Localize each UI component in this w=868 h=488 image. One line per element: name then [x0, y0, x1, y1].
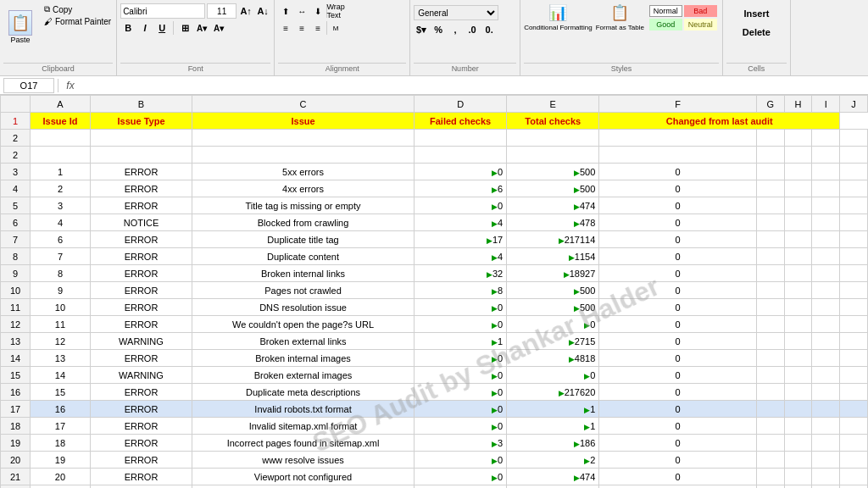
cell-h17[interactable]: [784, 401, 812, 418]
cell-c6[interactable]: Blocked from crawling: [192, 214, 415, 231]
cell-f3[interactable]: 0: [599, 164, 757, 180]
cell-c18[interactable]: Invalid sitemap.xml format: [192, 418, 415, 435]
cell-h12[interactable]: [784, 316, 812, 333]
cell-a4[interactable]: 2: [31, 180, 91, 197]
decrease-font-button[interactable]: A↓: [255, 3, 270, 19]
spreadsheet-container[interactable]: A B C D E F G H I J 1 Issue Id Issue Typ…: [0, 95, 868, 488]
col-header-a[interactable]: A: [31, 96, 91, 113]
cell-d1[interactable]: Failed checks: [415, 113, 507, 130]
cell-h2[interactable]: [784, 147, 812, 164]
cell-h15[interactable]: [784, 367, 812, 384]
cell-h22[interactable]: [784, 485, 812, 489]
cell-b2[interactable]: [90, 130, 192, 147]
cell-f16[interactable]: 0: [599, 384, 757, 401]
cell-c16[interactable]: Duplicate meta descriptions: [192, 384, 415, 401]
cell-a19[interactable]: 18: [31, 435, 91, 452]
cell-i12[interactable]: [812, 316, 840, 333]
cell-j9[interactable]: [840, 265, 868, 282]
cell-f2[interactable]: [599, 130, 757, 147]
cell-c10[interactable]: Pages not crawled: [192, 282, 415, 299]
cell-j22[interactable]: [840, 485, 868, 489]
cell-a18[interactable]: 17: [31, 418, 91, 435]
cell-g6[interactable]: [756, 214, 784, 231]
cell-b14[interactable]: ERROR: [90, 350, 192, 367]
normal-style[interactable]: Normal: [649, 5, 682, 17]
cell-i18[interactable]: [812, 418, 840, 435]
cell-c12[interactable]: We couldn't open the page?s URL: [192, 316, 415, 333]
cell-c19[interactable]: Incorrect pages found in sitemap.xml: [192, 435, 415, 452]
cell-f8[interactable]: 0: [599, 248, 757, 265]
insert-button[interactable]: Insert: [731, 5, 782, 22]
cell-g19[interactable]: [756, 435, 784, 452]
cell-j13[interactable]: [840, 333, 868, 350]
cell-f2[interactable]: [599, 147, 757, 164]
cell-a9[interactable]: 8: [31, 265, 91, 282]
cell-i21[interactable]: [812, 469, 840, 485]
cell-b7[interactable]: ERROR: [90, 231, 192, 248]
cell-i7[interactable]: [812, 231, 840, 248]
cell-f19[interactable]: 0: [599, 435, 757, 452]
cell-d11[interactable]: ▶0: [415, 299, 507, 316]
cell-g4[interactable]: [756, 180, 784, 197]
cell-e14[interactable]: ▶4818: [507, 350, 599, 367]
cell-g15[interactable]: [756, 367, 784, 384]
cell-i15[interactable]: [812, 367, 840, 384]
cell-b12[interactable]: ERROR: [90, 316, 192, 333]
cell-g7[interactable]: [756, 231, 784, 248]
cell-d20[interactable]: ▶0: [415, 452, 507, 469]
cell-b6[interactable]: NOTICE: [90, 214, 192, 231]
cell-d2[interactable]: [415, 147, 507, 164]
copy-button[interactable]: ⧉ Copy: [42, 3, 113, 15]
number-format-select[interactable]: General: [414, 5, 498, 20]
cell-b8[interactable]: ERROR: [90, 248, 192, 265]
cell-j15[interactable]: [840, 367, 868, 384]
cell-b20[interactable]: ERROR: [90, 452, 192, 469]
cell-d4[interactable]: ▶6: [415, 180, 507, 197]
cell-b1[interactable]: Issue Type: [90, 113, 192, 130]
cell-b15[interactable]: WARNING: [90, 367, 192, 384]
cell-i17[interactable]: [812, 401, 840, 418]
cell-b11[interactable]: ERROR: [90, 299, 192, 316]
cell-a1[interactable]: Issue Id: [31, 113, 91, 130]
formula-input[interactable]: [82, 78, 865, 93]
cell-i9[interactable]: [812, 265, 840, 282]
font-size-input[interactable]: [207, 3, 236, 19]
cell-d17[interactable]: ▶0: [415, 401, 507, 418]
align-left-button[interactable]: ≡: [278, 20, 293, 36]
cell-f5[interactable]: 0: [599, 197, 757, 214]
cell-b10[interactable]: ERROR: [90, 282, 192, 299]
cell-f22[interactable]: 0: [599, 485, 757, 489]
cell-a16[interactable]: 15: [31, 384, 91, 401]
cell-j20[interactable]: [840, 452, 868, 469]
cell-c3[interactable]: 5xx errors: [192, 164, 415, 180]
cell-e18[interactable]: ▶1: [507, 418, 599, 435]
col-header-b[interactable]: B: [90, 96, 192, 113]
cell-h18[interactable]: [784, 418, 812, 435]
cell-e10[interactable]: ▶500: [507, 282, 599, 299]
cell-b18[interactable]: ERROR: [90, 418, 192, 435]
cell-d10[interactable]: ▶8: [415, 282, 507, 299]
cell-c5[interactable]: Title tag is missing or empty: [192, 197, 415, 214]
cell-b13[interactable]: WARNING: [90, 333, 192, 350]
cell-j3[interactable]: [840, 164, 868, 180]
cell-i5[interactable]: [812, 197, 840, 214]
cell-c7[interactable]: Duplicate title tag: [192, 231, 415, 248]
cell-i6[interactable]: [812, 214, 840, 231]
cell-c14[interactable]: Broken internal images: [192, 350, 415, 367]
cell-f1[interactable]: Changed from last audit: [599, 113, 840, 130]
col-header-j[interactable]: J: [840, 96, 868, 113]
wrap-text-button[interactable]: Wrap Text: [328, 3, 343, 19]
cell-c1[interactable]: Issue: [192, 113, 415, 130]
format-painter-button[interactable]: 🖌 Format Painter: [42, 16, 113, 27]
cell-i2[interactable]: [812, 130, 840, 147]
percent-button[interactable]: %: [431, 22, 446, 37]
cell-h2[interactable]: [784, 130, 812, 147]
cell-b21[interactable]: ERROR: [90, 469, 192, 485]
cell-d14[interactable]: ▶0: [415, 350, 507, 367]
cell-e3[interactable]: ▶500: [507, 164, 599, 180]
cell-j12[interactable]: [840, 316, 868, 333]
cell-f21[interactable]: 0: [599, 469, 757, 485]
cell-a15[interactable]: 14: [31, 367, 91, 384]
cell-h6[interactable]: [784, 214, 812, 231]
cell-d19[interactable]: ▶3: [415, 435, 507, 452]
